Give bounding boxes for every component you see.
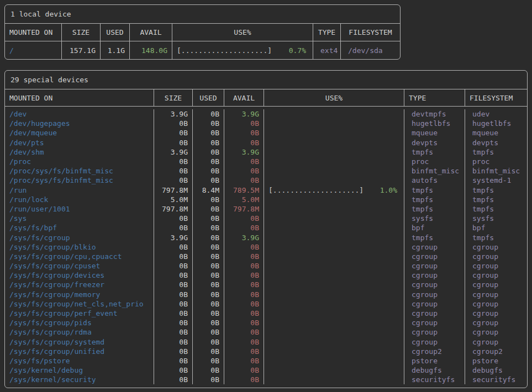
usage-bar: [....................] (268, 186, 364, 194)
column-header-filesystem: FILESYSTEM (465, 89, 527, 106)
type-cell: cgroup (404, 271, 465, 280)
type-cell: cgroup (404, 309, 465, 318)
size-cell: 0B (154, 318, 192, 327)
filesystem-cell: cgroup (465, 290, 527, 299)
size-cell: 0B (154, 365, 192, 375)
use-percent-cell (264, 327, 404, 337)
type-cell: sysfs (404, 214, 465, 223)
size-cell: 0B (154, 166, 192, 176)
size-cell: 0B (154, 252, 192, 261)
type-cell: tmpfs (404, 195, 465, 204)
avail-cell: 0B (224, 157, 264, 166)
avail-cell: 789.5M (224, 186, 264, 195)
table-row: /sys/fs/cgroup/rdma 0B 0B 0B cgroup cgro… (5, 327, 527, 337)
size-cell: 0B (154, 347, 192, 356)
avail-cell: 0B (224, 347, 264, 356)
table-row: /sys/fs/cgroup/cpu,cpuacct 0B 0B 0B cgro… (5, 252, 527, 261)
type-cell: devtmpfs (404, 109, 465, 119)
table-row: /sys/kernel/debug 0B 0B 0B debugfs debug… (5, 365, 527, 375)
size-cell: 5.0M (154, 195, 192, 204)
table-row: /sys/fs/bpf 0B 0B 0B bpf bpf (5, 223, 527, 232)
mount-point-cell: /sys/fs/cgroup/unified (5, 347, 154, 356)
table-row: /sys/fs/cgroup 3.9G 0B 3.9G tmpfs tmpfs (5, 232, 527, 242)
used-cell: 0B (192, 271, 224, 280)
column-header-mounted-on: MOUNTED ON (5, 24, 61, 41)
table-row: /sys/fs/cgroup/pids 0B 0B 0B cgroup cgro… (5, 318, 527, 327)
column-header-use-percent: USE% (264, 89, 404, 106)
size-cell: 0B (154, 356, 192, 365)
mount-point-cell: /sys/fs/cgroup/pids (5, 318, 154, 327)
use-percent-cell (264, 280, 404, 289)
usage-percent: 0.7% (289, 46, 306, 55)
local-devices-table: 1 local device MOUNTED ON SIZE USED AVAI… (4, 4, 401, 60)
table-row: /dev 3.9G 0B 3.9G devtmpfs udev (5, 109, 527, 119)
table-row: /sys/fs/pstore 0B 0B 0B pstore pstore (5, 356, 527, 365)
mount-point-cell: /sys/fs/cgroup/perf_event (5, 309, 154, 318)
use-percent-cell (264, 337, 404, 347)
avail-cell: 0B (224, 327, 264, 337)
avail-cell: 0B (224, 242, 264, 252)
mount-point-cell: /sys/fs/cgroup/cpu,cpuacct (5, 252, 154, 261)
used-cell: 0B (192, 347, 224, 356)
avail-cell: 0B (224, 261, 264, 271)
table-row: /run 797.8M 8.4M 789.5M [...............… (5, 186, 527, 195)
size-cell: 0B (154, 271, 192, 280)
filesystem-cell: mqueue (465, 128, 527, 137)
used-cell: 0B (192, 318, 224, 327)
use-percent-cell (264, 318, 404, 327)
filesystem-cell: cgroup (465, 318, 527, 327)
table-row: /proc/sys/fs/binfmt_misc 0B 0B 0B autofs… (5, 176, 527, 185)
size-cell: 0B (154, 138, 192, 147)
type-cell: cgroup (404, 290, 465, 299)
column-header-used: USED (100, 24, 129, 41)
mount-point-cell: /sys/fs/cgroup/memory (5, 290, 154, 299)
used-cell: 0B (192, 147, 224, 157)
use-percent-cell (264, 128, 404, 137)
table-row: /sys/fs/cgroup/blkio 0B 0B 0B cgroup cgr… (5, 242, 527, 252)
mount-point-cell: /sys/fs/bpf (5, 223, 154, 232)
table-row: /sys/kernel/security 0B 0B 0B securityfs… (5, 375, 527, 384)
used-cell: 0B (192, 309, 224, 318)
table-row: /sys/fs/cgroup/devices 0B 0B 0B cgroup c… (5, 271, 527, 280)
use-percent-cell (264, 157, 404, 166)
avail-cell: 0B (224, 271, 264, 280)
mount-point-cell: /sys/fs/cgroup/cpuset (5, 261, 154, 271)
used-cell: 1.1G (100, 41, 129, 59)
type-cell: pstore (404, 356, 465, 365)
avail-cell: 0B (224, 337, 264, 347)
used-cell: 0B (192, 365, 224, 375)
used-cell: 8.4M (192, 186, 224, 195)
avail-cell: 0B (224, 356, 264, 365)
use-percent-cell (264, 214, 404, 223)
table-row: /dev/hugepages 0B 0B 0B hugetlbfs hugetl… (5, 119, 527, 128)
mount-point-cell: /sys/fs/cgroup (5, 232, 154, 242)
used-cell: 0B (192, 204, 224, 214)
filesystem-cell: sysfs (465, 214, 527, 223)
size-cell: 0B (154, 128, 192, 137)
filesystem-cell: tmpfs (465, 186, 527, 195)
special-devices-header-row: MOUNTED ON SIZE USED AVAIL USE% TYPE FIL… (5, 89, 527, 107)
used-cell: 0B (192, 337, 224, 347)
use-percent-cell (264, 375, 404, 384)
mount-point-cell: /sys/fs/cgroup/rdma (5, 327, 154, 337)
used-cell: 0B (192, 119, 224, 128)
mount-point-cell: /sys/fs/cgroup/devices (5, 271, 154, 280)
type-cell: cgroup (404, 327, 465, 337)
use-percent-cell (264, 242, 404, 252)
usage-bar: [....................] (177, 46, 272, 55)
used-cell: 0B (192, 327, 224, 337)
avail-cell: 0B (224, 252, 264, 261)
used-cell: 0B (192, 195, 224, 204)
type-cell: cgroup (404, 261, 465, 271)
table-row: /run/user/1001 797.8M 0B 797.8M tmpfs tm… (5, 204, 527, 214)
filesystem-cell: binfmt_misc (465, 166, 527, 176)
local-devices-table-title: 1 local device (5, 5, 400, 23)
use-percent-cell: [....................]0.7% (172, 41, 313, 59)
column-header-size: SIZE (154, 89, 192, 106)
size-cell: 0B (154, 337, 192, 347)
terminal-output: 1 local device MOUNTED ON SIZE USED AVAI… (0, 0, 532, 392)
type-cell: debugfs (404, 365, 465, 375)
avail-cell: 0B (224, 176, 264, 185)
used-cell: 0B (192, 232, 224, 242)
usage-percent: 1.0% (380, 186, 397, 194)
